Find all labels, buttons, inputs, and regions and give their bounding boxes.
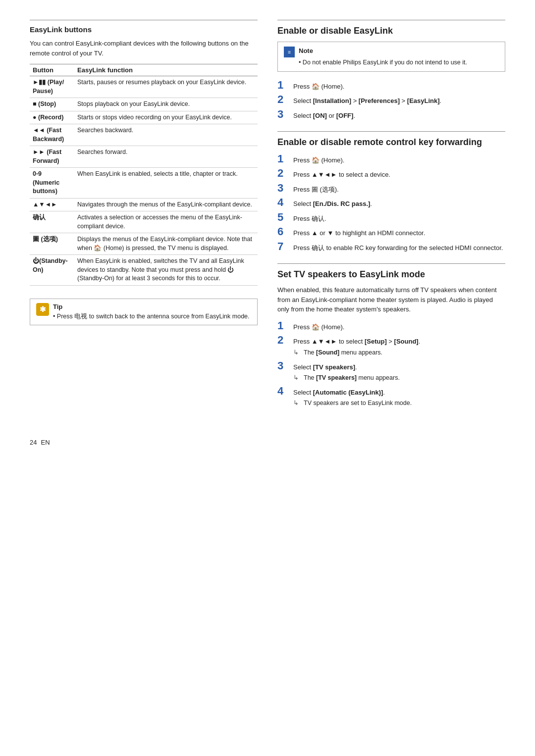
tip-text: • Press 电视 to switch back to the antenna… (53, 312, 250, 321)
step-item: 1Press 🏠 (Home). (277, 320, 505, 332)
table-row: ►▮▮ (Play/ Pause)Starts, pauses or resum… (30, 76, 258, 98)
table-cell-function: Searches forward. (74, 146, 258, 168)
tip-label: Tip (53, 303, 250, 310)
step-content: Select [En./Dis. RC pass.]. (293, 199, 505, 209)
set-tv-speakers-steps: 1Press 🏠 (Home).2Press ▲▼◄► to select [S… (277, 320, 505, 411)
step-number: 1 (277, 320, 288, 331)
page-footer: 24 EN (30, 439, 505, 446)
step-sub-text: The [Sound] menu appears. (293, 348, 505, 357)
step-number: 2 (277, 168, 288, 179)
step-item: 2Press ▲▼◄► to select [Setup] > [Sound].… (277, 335, 505, 357)
step-number: 1 (277, 80, 288, 91)
table-cell-function: Stops playback on your EasyLink device. (74, 98, 258, 111)
table-cell-button: 确认 (30, 211, 74, 233)
table-row: ◄◄ (Fast Backward)Searches backward. (30, 124, 258, 146)
step-number: 2 (277, 94, 288, 105)
step-number: 3 (277, 109, 288, 120)
step-item: 1Press 🏠 (Home). (277, 153, 505, 165)
table-row: 确认Activates a selection or accesses the … (30, 211, 258, 233)
step-text: Press 🏠 (Home). (293, 156, 344, 164)
step-content: Press 🏠 (Home). (293, 155, 505, 165)
step-number: 2 (277, 335, 288, 346)
remote-forwarding-title: Enable or disable remote control key for… (277, 131, 505, 148)
table-row: ● (Record)Starts or stops video recordin… (30, 111, 258, 124)
table-cell-function: Displays the menus of the EasyLink-compl… (74, 233, 258, 255)
step-content: Select [Automatic (EasyLink)].TV speaker… (293, 388, 505, 408)
step-item: 2Press ▲▼◄► to select a device. (277, 168, 505, 180)
step-sub-text: The [TV speakers] menu appears. (293, 373, 505, 383)
table-cell-function: Activates a selection or accesses the me… (74, 211, 258, 233)
step-content: Press 🏠 (Home). (293, 322, 505, 332)
table-cell-function: Starts or stops video recording on your … (74, 111, 258, 124)
step-item: 4Select [En./Dis. RC pass.]. (277, 197, 505, 209)
table-row: ■ (Stop)Stops playback on your EasyLink … (30, 98, 258, 111)
step-text: Press 确认. (293, 215, 326, 222)
table-cell-function: Navigates through the menus of the EasyL… (74, 198, 258, 211)
step-item: 4Select [Automatic (EasyLink)].TV speake… (277, 386, 505, 408)
step-content: Select [ON] or [OFF]. (293, 111, 505, 121)
page-number: 24 (30, 439, 37, 446)
step-sub-text: TV speakers are set to EasyLink mode. (293, 399, 505, 408)
table-row: ►► (Fast Forward)Searches forward. (30, 146, 258, 168)
step-item: 3Select [ON] or [OFF]. (277, 109, 505, 121)
note-text: • Do not enable Philips EasyLink if you … (299, 58, 467, 67)
step-item: 1Press 🏠 (Home). (277, 80, 505, 92)
table-cell-button: ►▮▮ (Play/ Pause) (30, 76, 74, 98)
step-number: 1 (277, 153, 288, 164)
table-row: 圖 (选项)Displays the menus of the EasyLink… (30, 233, 258, 255)
step-number: 4 (277, 197, 288, 208)
step-text: Press 🏠 (Home). (293, 323, 344, 331)
step-text: Press 确认 to enable RC key forwarding for… (293, 244, 503, 252)
step-number: 3 (277, 183, 288, 194)
page-lang: EN (41, 439, 50, 446)
step-text: Press 圖 (选项). (293, 186, 339, 193)
step-number: 3 (277, 360, 288, 371)
step-item: 5Press 确认. (277, 212, 505, 224)
table-cell-function: When EasyLink is enabled, switches the T… (74, 255, 258, 286)
step-item: 6Press ▲ or ▼ to highlight an HDMI conne… (277, 226, 505, 238)
enable-disable-title: Enable or disable EasyLink (277, 20, 505, 37)
step-number: 6 (277, 226, 288, 237)
tip-icon: ✱ (36, 303, 49, 316)
step-content: Select [TV speakers].The [TV speakers] m… (293, 362, 505, 383)
set-tv-speakers-title: Set TV speakers to EasyLink mode (277, 263, 505, 280)
step-content: Select [Installation] > [Preferences] > … (293, 96, 505, 106)
step-text: Select [TV speakers]. (293, 363, 357, 371)
easylink-buttons-title: EasyLink buttons (30, 20, 258, 34)
step-item: 2Select [Installation] > [Preferences] >… (277, 94, 505, 106)
note-label: Note (299, 46, 467, 56)
set-tv-speakers-intro: When enabled, this feature automatically… (277, 285, 505, 314)
table-cell-button: ▲▼◄► (30, 198, 74, 211)
table-cell-button: 圖 (选项) (30, 233, 74, 255)
remote-forwarding-steps: 1Press 🏠 (Home).2Press ▲▼◄► to select a … (277, 153, 505, 256)
step-text: Press ▲▼◄► to select [Setup] > [Sound]. (293, 338, 420, 345)
table-cell-button: ⏻(Standby- On) (30, 255, 74, 286)
table-row: ⏻(Standby- On)When EasyLink is enabled, … (30, 255, 258, 286)
step-number: 7 (277, 241, 288, 252)
step-content: Press ▲ or ▼ to highlight an HDMI connec… (293, 228, 505, 238)
step-text: Select [ON] or [OFF]. (293, 112, 355, 119)
table-cell-function: Starts, pauses or resumes playback on yo… (74, 76, 258, 98)
step-text: Select [Installation] > [Preferences] > … (293, 97, 441, 104)
step-text: Select [En./Dis. RC pass.]. (293, 200, 372, 207)
tip-box: ✱ Tip • Press 电视 to switch back to the a… (30, 299, 258, 325)
step-content: Press ▲▼◄► to select [Setup] > [Sound].T… (293, 337, 505, 357)
table-cell-function: Searches backward. (74, 124, 258, 146)
table-cell-function: When EasyLink is enabled, selects a titl… (74, 168, 258, 199)
table-cell-button: ◄◄ (Fast Backward) (30, 124, 74, 146)
easylink-buttons-intro: You can control EasyLink-compliant devic… (30, 39, 258, 58)
step-item: 3Press 圖 (选项). (277, 183, 505, 195)
step-text: Press ▲ or ▼ to highlight an HDMI connec… (293, 229, 425, 237)
step-content: Press 确认 to enable RC key forwarding for… (293, 243, 505, 253)
step-item: 7Press 确认 to enable RC key forwarding fo… (277, 241, 505, 253)
step-item: 3Select [TV speakers].The [TV speakers] … (277, 360, 505, 383)
easylink-table: Button EasyLink function ►▮▮ (Play/ Paus… (30, 64, 258, 286)
table-row: 0-9 (Numeric buttons)When EasyLink is en… (30, 168, 258, 199)
table-row: ▲▼◄►Navigates through the menus of the E… (30, 198, 258, 211)
right-column: Enable or disable EasyLink ≡ Note • Do n… (277, 20, 505, 419)
note-box: ≡ Note • Do not enable Philips EasyLink … (277, 42, 505, 71)
table-cell-button: ■ (Stop) (30, 98, 74, 111)
step-content: Press 确认. (293, 214, 505, 224)
table-cell-button: ►► (Fast Forward) (30, 146, 74, 168)
note-icon: ≡ (284, 47, 295, 57)
